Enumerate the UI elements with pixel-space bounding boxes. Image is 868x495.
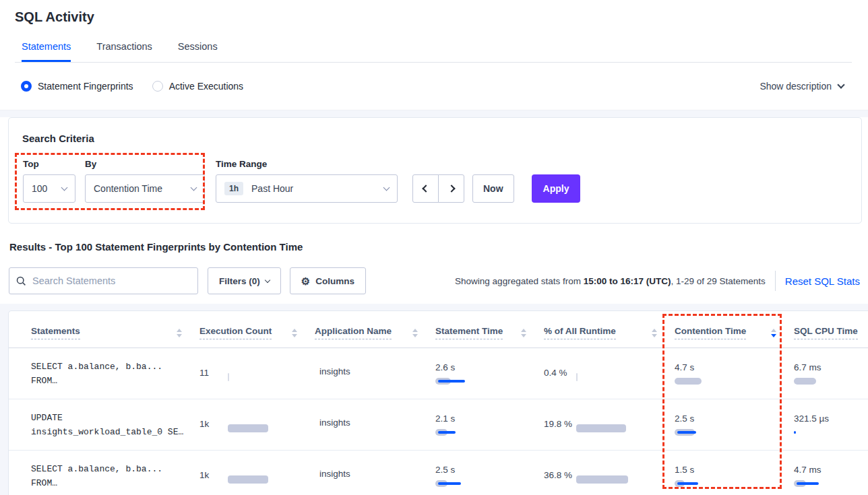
header-statement-time[interactable]: Statement Time xyxy=(435,326,544,348)
statement-fingerprint-link[interactable]: UPDATE insights_workload_table_0 SE… xyxy=(31,411,199,439)
filters-button[interactable]: Filters (0) xyxy=(208,267,281,294)
search-criteria-panel: Search Criteria Top 100 By Contention Ti… xyxy=(8,117,862,224)
runtime-bar xyxy=(576,475,628,484)
radio-unselected-icon xyxy=(152,81,163,92)
application-name-cell: insights xyxy=(315,411,435,439)
reset-sql-stats-link[interactable]: Reset SQL Stats xyxy=(785,275,860,287)
execution-count-cell: 1k xyxy=(199,462,315,490)
radio-selected-icon xyxy=(21,81,32,92)
percent-runtime-cell: 19.8 % xyxy=(544,411,675,439)
top-field: Top 100 xyxy=(23,159,75,203)
by-label: By xyxy=(85,159,205,169)
exec-bar xyxy=(228,373,229,381)
sql-cpu-time-cell: 6.7 ms xyxy=(794,360,868,388)
sql-cpu-time-cell: 321.5 µs xyxy=(794,411,868,439)
by-field: By Contention Time xyxy=(85,159,205,203)
table-header-row: Statements Execution Count Application N… xyxy=(9,311,868,348)
cpu-bar-blue xyxy=(797,482,819,485)
section-divider xyxy=(0,110,868,117)
chevron-down-icon xyxy=(265,277,270,283)
contention-time-cell: 1.5 s xyxy=(675,462,794,490)
vertical-divider xyxy=(775,271,776,291)
apply-button[interactable]: Apply xyxy=(532,174,581,203)
header-statements[interactable]: Statements xyxy=(31,326,199,348)
header-execution-count[interactable]: Execution Count xyxy=(199,326,315,348)
runtime-bar xyxy=(576,373,578,381)
gear-icon: ⚙ xyxy=(301,276,310,286)
top-select-value: 100 xyxy=(32,183,47,194)
cpu-bar-blue xyxy=(794,431,796,434)
next-time-button[interactable] xyxy=(438,174,464,203)
search-statements-input[interactable] xyxy=(32,275,191,286)
contention-time-cell: 4.7 s xyxy=(675,360,794,388)
statement-time-cell: 2.6 s xyxy=(435,360,544,388)
time-range-select[interactable]: 1h Past Hour xyxy=(216,174,398,203)
tab-sessions[interactable]: Sessions xyxy=(178,41,218,62)
percent-runtime-cell: 0.4 % xyxy=(544,360,675,388)
columns-label: Columns xyxy=(315,276,354,286)
page-title: SQL Activity xyxy=(15,9,852,25)
search-criteria-title: Search Criteria xyxy=(22,133,848,144)
contention-bar-blue xyxy=(677,431,696,434)
results-title: Results - Top 100 Statement Fingerprints… xyxy=(9,241,868,253)
show-description-toggle[interactable]: Show description xyxy=(760,81,844,92)
sort-icon xyxy=(652,326,657,337)
application-name-cell: insights xyxy=(315,462,435,490)
radio-label: Active Executions xyxy=(169,81,244,92)
header-application-name[interactable]: Application Name xyxy=(315,326,435,348)
top-label: Top xyxy=(23,159,75,169)
time-bar-blue xyxy=(438,380,465,383)
sql-activity-page: SQL Activity Statements Transactions Ses… xyxy=(0,0,868,495)
previous-time-button[interactable] xyxy=(412,174,439,203)
sort-icon xyxy=(292,326,297,337)
sql-cpu-time-cell: 4.7 ms xyxy=(794,462,868,490)
table-row: SELECT a.balance, b.ba... FROM… 1k insig… xyxy=(9,451,868,495)
chevron-down-icon xyxy=(837,81,844,88)
percent-runtime-cell: 36.8 % xyxy=(544,462,675,490)
sort-icon xyxy=(521,326,526,337)
execution-count-cell: 1k xyxy=(199,411,315,439)
view-toggle-band: Statement Fingerprints Active Executions… xyxy=(0,63,868,110)
header-sql-cpu-time[interactable]: SQL CPU Time xyxy=(794,326,868,348)
tab-bar: Statements Transactions Sessions xyxy=(15,41,852,63)
now-button[interactable]: Now xyxy=(472,174,514,203)
page-header: SQL Activity Statements Transactions Ses… xyxy=(0,0,868,63)
statement-fingerprint-link[interactable]: SELECT a.balance, b.ba... FROM… xyxy=(31,462,199,490)
statement-time-cell: 2.1 s xyxy=(435,411,544,439)
exec-bar xyxy=(228,424,268,432)
execution-count-cell: 11 xyxy=(199,360,315,388)
columns-button[interactable]: ⚙ Columns xyxy=(290,267,366,294)
statements-table: Statements Execution Count Application N… xyxy=(8,310,868,495)
cpu-bar-gray xyxy=(794,378,816,385)
header-contention-time[interactable]: Contention Time xyxy=(675,326,794,348)
radio-active-executions[interactable]: Active Executions xyxy=(152,81,244,92)
chevron-down-icon xyxy=(383,185,390,191)
runtime-bar xyxy=(576,424,626,432)
statement-fingerprint-link[interactable]: SELECT a.balance, b.ba... FROM… xyxy=(31,360,199,388)
time-range-badge: 1h xyxy=(224,182,243,195)
time-bar-blue xyxy=(438,431,456,434)
header-percent-runtime[interactable]: % of All Runtime xyxy=(544,326,675,348)
application-name-cell: insights xyxy=(315,360,435,388)
aggregated-stats-note: Showing aggregated stats from 15:00 to 1… xyxy=(455,276,766,286)
contention-bar-blue xyxy=(677,482,698,485)
table-zone: Statements Execution Count Application N… xyxy=(0,304,868,495)
results-controls: Filters (0) ⚙ Columns Showing aggregated… xyxy=(9,267,862,294)
top-select[interactable]: 100 xyxy=(23,174,75,203)
chevron-down-icon xyxy=(191,185,197,191)
sort-desc-icon xyxy=(771,326,776,337)
by-select-value: Contention Time xyxy=(94,183,162,194)
show-description-label: Show description xyxy=(760,81,832,92)
radio-statement-fingerprints[interactable]: Statement Fingerprints xyxy=(21,81,133,92)
tab-statements[interactable]: Statements xyxy=(22,41,71,62)
filters-label: Filters (0) xyxy=(219,276,260,286)
contention-bar-gray xyxy=(675,378,702,385)
sort-icon xyxy=(177,326,182,337)
tab-transactions[interactable]: Transactions xyxy=(96,41,152,62)
time-range-value: Past Hour xyxy=(251,183,293,194)
sort-icon xyxy=(412,326,418,337)
exec-bar xyxy=(228,475,268,484)
statement-time-cell: 2.5 s xyxy=(435,462,544,490)
radio-label: Statement Fingerprints xyxy=(38,81,133,92)
by-select[interactable]: Contention Time xyxy=(85,174,205,203)
